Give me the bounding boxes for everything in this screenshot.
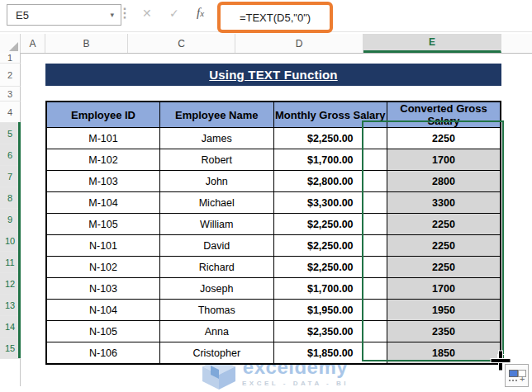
table-row: M-105William$2,250.002250 bbox=[46, 214, 501, 235]
table-row: M-104Michael$3,300.003300 bbox=[46, 192, 501, 214]
watermark-tagline: EXCEL - DATA - BI bbox=[242, 380, 349, 387]
row-header-1[interactable]: 1 bbox=[0, 53, 21, 64]
table-row: M-101James$2,250.002250 bbox=[46, 128, 501, 149]
cell-id-row11[interactable]: N-102 bbox=[46, 257, 160, 278]
cell-id-row7[interactable]: M-103 bbox=[46, 171, 160, 192]
cell-salary-row5[interactable]: $2,250.00 bbox=[273, 128, 387, 149]
cell-id-row9[interactable]: M-105 bbox=[46, 214, 160, 235]
name-box-value: E5 bbox=[16, 9, 29, 21]
formula-input[interactable]: =TEXT(D5,"0") bbox=[240, 12, 311, 24]
cell-salary-row9[interactable]: $2,250.00 bbox=[273, 214, 387, 235]
cell-salary-row8[interactable]: $3,300.00 bbox=[273, 192, 387, 214]
cell-converted-row6[interactable]: 1700 bbox=[387, 149, 501, 171]
row-header-4[interactable]: 4 bbox=[0, 102, 21, 123]
formula-annotation-box: =TEXT(D5,"0") bbox=[217, 2, 333, 33]
table-row: M-102Robert$1,700.001700 bbox=[46, 149, 501, 171]
cell-salary-row11[interactable]: $2,250.00 bbox=[273, 257, 387, 278]
table-row: N-103Joseph$1,700.001700 bbox=[46, 278, 501, 300]
cell-name-row13[interactable]: Thomas bbox=[160, 300, 274, 321]
cell-converted-row10[interactable]: 2250 bbox=[387, 235, 501, 257]
cell-id-row6[interactable]: M-102 bbox=[46, 149, 160, 171]
cell-id-row15[interactable]: N-106 bbox=[46, 342, 160, 365]
cell-name-row15[interactable]: Cristopher bbox=[160, 342, 274, 365]
row-header-2[interactable]: 2 bbox=[0, 64, 21, 87]
cell-name-row9[interactable]: William bbox=[160, 214, 274, 235]
column-header-d[interactable]: D bbox=[235, 34, 363, 53]
cell-name-row11[interactable]: Richard bbox=[160, 257, 274, 278]
cell-id-row10[interactable]: N-101 bbox=[46, 235, 160, 257]
cell-converted-row9[interactable]: 2250 bbox=[387, 214, 501, 235]
cell-salary-row7[interactable]: $2,800.00 bbox=[273, 171, 387, 192]
table-header-monthly-gross-salary[interactable]: Monthly Gross Salary bbox=[273, 102, 387, 128]
table-row: N-101David$2,250.002250 bbox=[46, 235, 501, 257]
cell-salary-row13[interactable]: $1,950.00 bbox=[273, 300, 387, 321]
cell-name-row8[interactable]: Michael bbox=[160, 192, 274, 214]
excel-window: E5 ▾ ⋮ ✕ ✓ fx =TEXT(D5,"0") ABCDE 123456… bbox=[0, 0, 532, 392]
cell-converted-row7[interactable]: 2800 bbox=[387, 171, 501, 192]
cell-salary-row10[interactable]: $2,250.00 bbox=[273, 235, 387, 257]
name-box[interactable]: E5 ▾ bbox=[7, 4, 121, 26]
fill-handle-cursor-icon bbox=[490, 350, 511, 375]
column-header-a[interactable]: A bbox=[21, 34, 45, 53]
insert-function-icon[interactable]: fx bbox=[197, 7, 204, 19]
selected-rows-indicator bbox=[18, 122, 21, 358]
select-all-triangle-icon bbox=[9, 42, 18, 51]
row-header-3[interactable]: 3 bbox=[0, 87, 21, 102]
drag-handle-icon: ⋮ bbox=[118, 5, 131, 21]
table-row: M-103John$2,800.002800 bbox=[46, 171, 501, 192]
cell-converted-row15[interactable]: 1850 bbox=[387, 342, 501, 365]
formula-bar: E5 ▾ ⋮ ✕ ✓ fx =TEXT(D5,"0") bbox=[0, 0, 532, 32]
cell-converted-row5[interactable]: 2250 bbox=[387, 128, 501, 149]
table-header-converted-gross-salary[interactable]: Converted Gross Salary bbox=[387, 102, 501, 128]
cell-name-row5[interactable]: James bbox=[160, 128, 274, 149]
cell-id-row5[interactable]: M-101 bbox=[46, 128, 160, 149]
cell-salary-row12[interactable]: $1,700.00 bbox=[273, 278, 387, 300]
cell-converted-row11[interactable]: 2250 bbox=[387, 257, 501, 278]
cell-name-row7[interactable]: John bbox=[160, 171, 274, 192]
cell-name-row14[interactable]: Anna bbox=[160, 321, 274, 342]
page-title: Using TEXT Function bbox=[209, 68, 337, 82]
table-row: N-106Cristopher$1,850.001850 bbox=[46, 342, 501, 365]
cell-converted-row13[interactable]: 1950 bbox=[387, 300, 501, 321]
column-headers: ABCDE bbox=[0, 34, 532, 54]
table-header-row: Employee IDEmployee NameMonthly Gross Sa… bbox=[46, 102, 501, 128]
cell-id-row14[interactable]: N-105 bbox=[46, 321, 160, 342]
cell-salary-row6[interactable]: $1,700.00 bbox=[273, 149, 387, 171]
cell-converted-row8[interactable]: 3300 bbox=[387, 192, 501, 214]
table-header-employee-name[interactable]: Employee Name bbox=[160, 102, 274, 128]
table-row: N-102Richard$2,250.002250 bbox=[46, 257, 501, 278]
column-header-filler bbox=[501, 34, 532, 53]
table-row: N-104Thomas$1,950.001950 bbox=[46, 300, 501, 321]
cell-name-row12[interactable]: Joseph bbox=[160, 278, 274, 300]
cell-name-row10[interactable]: David bbox=[160, 235, 274, 257]
employee-table: Employee IDEmployee NameMonthly Gross Sa… bbox=[45, 101, 501, 365]
table-header-employee-id[interactable]: Employee ID bbox=[46, 102, 160, 128]
enter-icon[interactable]: ✓ bbox=[169, 7, 179, 19]
row-header-filler bbox=[0, 359, 21, 386]
cell-id-row13[interactable]: N-104 bbox=[46, 300, 160, 321]
cancel-icon[interactable]: ✕ bbox=[142, 7, 152, 19]
cell-name-row6[interactable]: Robert bbox=[160, 149, 274, 171]
cell-id-row8[interactable]: M-104 bbox=[46, 192, 160, 214]
select-all-button[interactable] bbox=[0, 34, 21, 53]
cell-converted-row14[interactable]: 2350 bbox=[387, 321, 501, 342]
cell-salary-row14[interactable]: $2,350.00 bbox=[273, 321, 387, 342]
table-row: N-105Anna$2,350.002350 bbox=[46, 321, 501, 342]
column-header-e[interactable]: E bbox=[363, 34, 501, 53]
cell-id-row12[interactable]: N-103 bbox=[46, 278, 160, 300]
cell-converted-row12[interactable]: 1700 bbox=[387, 278, 501, 300]
column-header-c[interactable]: C bbox=[128, 34, 235, 53]
title-banner[interactable]: Using TEXT Function bbox=[45, 64, 501, 86]
column-header-b[interactable]: B bbox=[45, 34, 128, 53]
cell-salary-row15[interactable]: $1,850.00 bbox=[273, 342, 387, 365]
